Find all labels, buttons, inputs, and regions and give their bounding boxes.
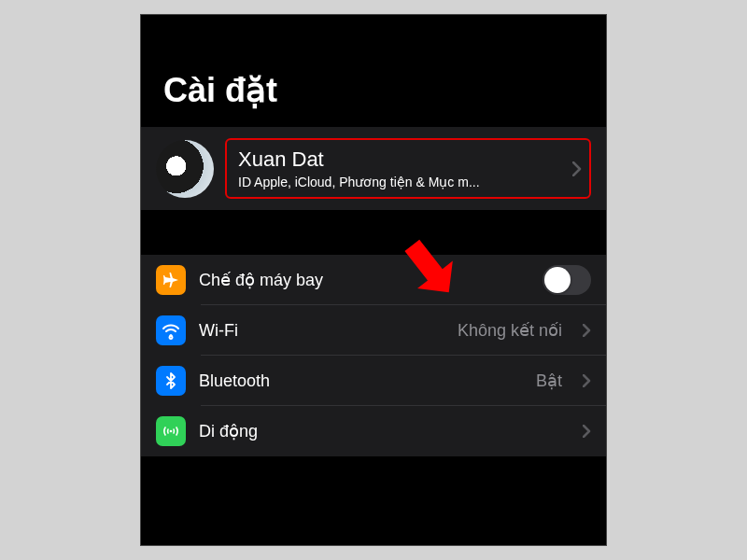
chevron-right-icon [572,161,582,176]
cellular-icon [156,416,186,446]
airplane-label: Chế độ máy bay [199,270,529,290]
section-gap [141,210,606,255]
settings-group: Chế độ máy bay Wi-Fi Không kết nối Bluet… [141,255,606,456]
header: Cài đặt [141,15,606,127]
wifi-label: Wi-Fi [199,321,444,341]
svg-point-1 [170,430,173,433]
profile-name: Xuan Dat [238,147,561,172]
airplane-icon [156,265,186,295]
svg-point-0 [169,334,172,337]
avatar [156,140,214,198]
bluetooth-icon [156,366,186,396]
apple-id-row[interactable]: Xuan Dat ID Apple, iCloud, Phương tiện &… [141,127,606,210]
wifi-row[interactable]: Wi-Fi Không kết nối [141,305,606,356]
chevron-right-icon [583,374,591,387]
settings-screen: Cài đặt Xuan Dat ID Apple, iCloud, Phươn… [140,14,607,546]
airplane-mode-row[interactable]: Chế độ máy bay [141,255,606,305]
airplane-toggle[interactable] [543,265,591,295]
chevron-right-icon [583,425,591,438]
bluetooth-label: Bluetooth [199,371,523,391]
bluetooth-row[interactable]: Bluetooth Bật [141,356,606,406]
bluetooth-value: Bật [536,371,562,391]
profile-highlight-box: Xuan Dat ID Apple, iCloud, Phương tiện &… [225,138,591,199]
cellular-label: Di động [199,421,562,441]
wifi-value: Không kết nối [458,320,562,341]
page-title: Cài đặt [163,71,584,110]
chevron-right-icon [583,324,591,337]
toggle-knob [544,267,571,293]
wifi-icon [156,315,186,345]
cellular-row[interactable]: Di động [141,406,606,456]
profile-subtitle: ID Apple, iCloud, Phương tiện & Mục m... [238,175,561,189]
